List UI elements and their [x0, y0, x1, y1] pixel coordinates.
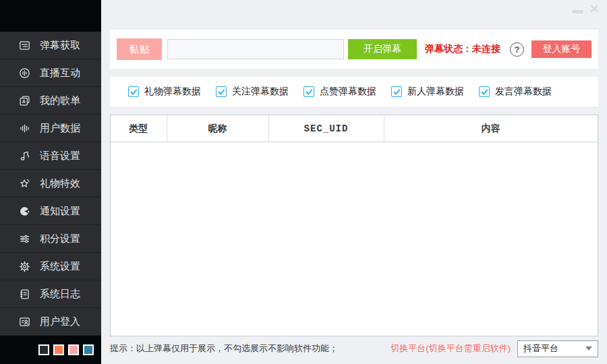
gift-effects-icon	[18, 177, 31, 190]
filter-label: 发言弹幕数据	[495, 86, 552, 98]
svg-text:A: A	[22, 99, 26, 104]
sidebar-item-label: 通知设置	[40, 205, 80, 218]
table-header-0: 类型	[111, 115, 167, 142]
sidebar-item-points-settings[interactable]: 积分设置	[0, 225, 101, 253]
table-header-row: 类型昵称SEC_UID内容	[111, 115, 598, 142]
theme-swatch-1[interactable]	[53, 344, 64, 355]
sidebar-item-label: 语音设置	[40, 150, 80, 162]
notification-settings-icon	[18, 205, 31, 218]
close-icon[interactable]: ✕	[589, 3, 599, 16]
sidebar-item-voice-settings[interactable]: 语音设置	[0, 142, 101, 170]
platform-select-value: 抖音平台	[523, 342, 558, 355]
table-header-3: 内容	[384, 115, 598, 142]
danmaku-table: 类型昵称SEC_UID内容	[110, 115, 598, 336]
theme-swatches	[0, 336, 101, 364]
sidebar-item-label: 弹幕获取	[40, 39, 80, 52]
sidebar-item-label: 直播互动	[40, 67, 80, 80]
filter-label: 关注弹幕数据	[232, 86, 289, 98]
checkbox-checked-icon	[304, 86, 314, 97]
checkbox-checked-icon	[391, 86, 402, 97]
filter-panel: 礼物弹幕数据关注弹幕数据点赞弹幕数据新人弹幕数据发言弹幕数据	[110, 77, 598, 107]
sidebar-item-system-log[interactable]: 系统日志	[0, 280, 101, 308]
paste-button[interactable]: 黏贴	[117, 38, 162, 60]
start-danmaku-button[interactable]: 开启弹幕	[348, 39, 417, 59]
minimize-button[interactable]	[572, 10, 583, 13]
filter-label: 点赞弹幕数据	[320, 86, 376, 98]
checkbox-checked-icon	[216, 86, 227, 97]
filter-label: 新人弹幕数据	[407, 86, 464, 98]
danmaku-status-text: 弹幕状态：未连接	[425, 43, 500, 55]
platform-select[interactable]: 抖音平台	[517, 340, 598, 357]
system-settings-icon	[18, 260, 31, 273]
sidebar-item-label: 礼物特效	[40, 177, 80, 190]
sidebar-item-live-interact[interactable]: 直播互动	[0, 59, 101, 87]
footer-bar: 提示：以上弹幕仅用于展示，不勾选展示不影响软件功能； 切换平台(切换平台需重启软…	[110, 338, 598, 359]
sidebar-item-label: 用户数据	[40, 122, 80, 135]
sidebar-item-label: 系统设置	[40, 260, 80, 273]
theme-swatch-2[interactable]	[68, 344, 79, 355]
filter-checkbox[interactable]: 关注弹幕数据	[216, 86, 289, 98]
sidebar-menu: 弹幕获取直播互动A我的歌单用户数据语音设置礼物特效通知设置积分设置系统设置系统日…	[0, 32, 101, 336]
filter-label: 礼物弹幕数据	[144, 86, 201, 98]
theme-swatch-0[interactable]	[38, 344, 49, 355]
sidebar-item-label: 我的歌单	[40, 94, 80, 107]
sidebar-item-label: 积分设置	[40, 233, 80, 245]
sidebar-item-user-login[interactable]: 用户登入	[0, 308, 101, 336]
system-log-icon	[18, 288, 31, 301]
theme-swatch-3[interactable]	[83, 344, 94, 355]
sidebar-item-user-data[interactable]: 用户数据	[0, 115, 101, 142]
voice-settings-icon	[18, 150, 31, 162]
sidebar-item-system-settings[interactable]: 系统设置	[0, 253, 101, 280]
help-icon[interactable]: ?	[510, 42, 524, 57]
user-login-icon	[18, 315, 31, 328]
points-settings-icon	[18, 233, 31, 245]
chevron-down-icon	[585, 346, 592, 351]
filter-checkbox[interactable]: 礼物弹幕数据	[128, 86, 201, 98]
checkbox-checked-icon	[479, 86, 490, 97]
checkbox-checked-icon	[128, 86, 139, 97]
sidebar-item-playlist[interactable]: A我的歌单	[0, 87, 101, 115]
table-header-1: 昵称	[167, 115, 268, 142]
sidebar-item-danmaku-list[interactable]: 弹幕获取	[0, 32, 101, 59]
switch-platform-text: 切换平台(切换平台需重启软件)	[391, 342, 511, 355]
filter-checkbox[interactable]: 点赞弹幕数据	[304, 86, 376, 98]
login-account-button[interactable]: 登入账号	[531, 40, 591, 58]
user-data-icon	[18, 122, 31, 135]
playlist-icon: A	[18, 94, 31, 107]
danmaku-list-icon	[18, 39, 31, 52]
table-header-2: SEC_UID	[268, 115, 384, 142]
hint-text: 提示：以上弹幕仅用于展示，不勾选展示不影响软件功能；	[110, 342, 338, 355]
connect-panel: 黏贴 开启弹幕 弹幕状态：未连接 ? 登入账号	[110, 30, 598, 69]
live-interact-icon	[18, 67, 31, 80]
sidebar-item-label: 系统日志	[40, 288, 80, 301]
logo-area	[0, 0, 101, 32]
room-url-input[interactable]	[167, 39, 344, 59]
sidebar-item-notification-settings[interactable]: 通知设置	[0, 198, 101, 225]
table-body-empty	[111, 142, 598, 144]
sidebar-item-gift-effects[interactable]: 礼物特效	[0, 170, 101, 198]
sidebar: 弹幕获取直播互动A我的歌单用户数据语音设置礼物特效通知设置积分设置系统设置系统日…	[0, 0, 101, 364]
filter-checkbox[interactable]: 发言弹幕数据	[479, 86, 552, 98]
filter-checkbox[interactable]: 新人弹幕数据	[391, 86, 464, 98]
sidebar-item-label: 用户登入	[40, 315, 80, 328]
app-window: 弹幕获取直播互动A我的歌单用户数据语音设置礼物特效通知设置积分设置系统设置系统日…	[0, 0, 607, 364]
